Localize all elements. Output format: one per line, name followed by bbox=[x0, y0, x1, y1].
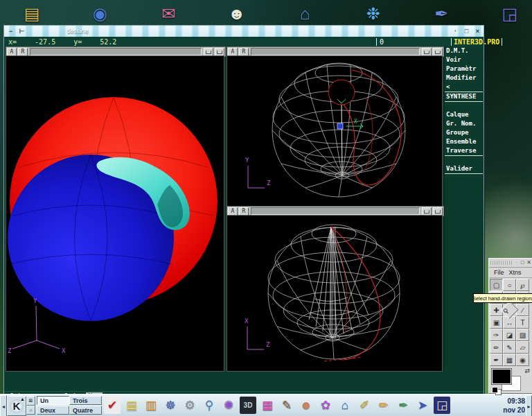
panel-app-icon[interactable]: ➤ bbox=[414, 397, 431, 414]
panel-app-icon[interactable]: ⚲ bbox=[201, 397, 218, 414]
viewport-drag-bar[interactable] bbox=[30, 48, 202, 55]
viewport-max-button[interactable] bbox=[433, 48, 443, 56]
gimp-tool-button[interactable]: ▢ bbox=[490, 279, 503, 291]
panel-app-icon[interactable]: ✏ bbox=[375, 397, 392, 414]
panel-app-icon[interactable]: ☸ bbox=[162, 397, 179, 414]
gimp-tool-button[interactable]: ▦ bbox=[503, 354, 516, 366]
panel-app-icon[interactable]: ☻ bbox=[298, 397, 314, 414]
menu-item[interactable]: Gr. Nom. bbox=[445, 119, 483, 128]
gimp-tool-button[interactable]: ◉ bbox=[516, 354, 529, 366]
desktop-icon[interactable]: ⌂ bbox=[292, 1, 317, 26]
svg-text:Z: Z bbox=[266, 341, 270, 348]
viewport-button-a[interactable]: A bbox=[228, 207, 238, 216]
desktop-icon[interactable]: ◲ bbox=[497, 1, 522, 26]
panel-app-icon[interactable]: ▥ bbox=[143, 397, 159, 414]
window-titlebar[interactable]: − ⊢ dessine · □ × bbox=[4, 26, 484, 37]
desktop-icon[interactable]: ✒ bbox=[429, 1, 454, 26]
viewport-button-a[interactable]: A bbox=[7, 48, 17, 56]
minimize-icon[interactable]: · bbox=[513, 259, 520, 266]
shade-icon[interactable]: · bbox=[451, 28, 460, 35]
menu-item[interactable]: < bbox=[445, 83, 483, 92]
desktop-icon[interactable]: ✉ bbox=[156, 1, 181, 26]
viewport-persp-canvas[interactable]: Y X Z bbox=[6, 55, 224, 372]
menu-file[interactable]: File bbox=[494, 269, 504, 276]
viewport-side-canvas[interactable]: X Z bbox=[227, 215, 443, 372]
viewport-min-button[interactable] bbox=[204, 48, 213, 56]
menu-item[interactable]: Traverse bbox=[445, 146, 483, 156]
svg-text:Y: Y bbox=[33, 297, 37, 304]
maximize-icon[interactable]: □ bbox=[520, 259, 526, 266]
desktop-icon-glyph: ☻ bbox=[228, 4, 245, 24]
panel-mini-button[interactable]: ⌂ bbox=[26, 406, 35, 415]
viewport-min-button[interactable] bbox=[422, 48, 432, 56]
maximize-icon[interactable]: □ bbox=[462, 28, 471, 35]
viewport-max-button[interactable] bbox=[215, 48, 224, 56]
menu-item[interactable]: Modifier bbox=[445, 73, 483, 83]
panel-app-icon[interactable]: ✎ bbox=[278, 397, 295, 414]
close-icon[interactable]: ✕ bbox=[526, 259, 532, 266]
gimp-titlebar[interactable]: · □ ✕ bbox=[489, 259, 532, 268]
pin-icon[interactable]: ⊢ bbox=[17, 28, 26, 35]
viewport-button-r[interactable]: R bbox=[239, 207, 249, 216]
desktop-pager-button[interactable]: Quatre bbox=[69, 406, 102, 415]
gimp-tool-button[interactable]: ✒ bbox=[490, 354, 503, 366]
menu-item[interactable]: Voir bbox=[445, 55, 483, 64]
panel-app-icon[interactable]: ✿ bbox=[317, 397, 334, 414]
viewport-button-a[interactable]: A bbox=[228, 48, 238, 56]
default-colors-icon[interactable] bbox=[492, 387, 498, 393]
gimp-tool-button[interactable]: ▣ bbox=[490, 316, 503, 329]
menu-item[interactable]: Paramètr bbox=[445, 64, 483, 73]
viewport-min-button[interactable] bbox=[422, 207, 432, 216]
viewport-button-r[interactable]: R bbox=[239, 48, 249, 56]
panel-hide-left-button[interactable]: ◄ bbox=[0, 395, 7, 416]
panel-app-icon[interactable]: 3D bbox=[240, 397, 256, 414]
menu-item[interactable]: Calque bbox=[445, 110, 483, 119]
desktop-icon[interactable]: ☻ bbox=[224, 1, 249, 26]
desktop-pager-button[interactable]: Deux bbox=[37, 406, 69, 415]
menu-item[interactable]: Groupe bbox=[445, 128, 483, 137]
gimp-tool-button[interactable]: ✏ bbox=[490, 341, 503, 354]
gimp-tool-button[interactable]: ℘ bbox=[516, 279, 529, 291]
panel-app-icon[interactable]: ▦ bbox=[259, 397, 276, 414]
desktop-icon[interactable]: ▤ bbox=[19, 1, 44, 26]
close-icon[interactable]: × bbox=[473, 28, 482, 35]
viewport-max-button[interactable] bbox=[433, 207, 443, 216]
viewport-drag-bar[interactable] bbox=[251, 207, 420, 215]
desktop-pager-button[interactable]: Trois bbox=[69, 396, 102, 405]
panel-app-icon[interactable]: ✔ bbox=[104, 397, 121, 414]
gimp-tool-button[interactable]: ✑ bbox=[490, 329, 503, 341]
panel-app-icon[interactable]: ✐ bbox=[356, 397, 373, 414]
gimp-tool-button[interactable]: ◪ bbox=[503, 329, 516, 341]
inter3d-window: − ⊢ dessine · □ × x=-27.5y=52.2 0 INTER3… bbox=[3, 25, 484, 395]
panel-mini-button[interactable]: ⊠ bbox=[26, 396, 35, 406]
swap-colors-icon[interactable]: ⇄ bbox=[524, 367, 530, 374]
k-menu-button[interactable]: K ▲ bbox=[7, 396, 26, 416]
cursor-coords: x=-27.5y=52.2 bbox=[8, 38, 134, 46]
viewport-drag-bar[interactable] bbox=[251, 48, 420, 55]
virtual-desktop-pager: Un Trois Deux Quatre bbox=[37, 396, 102, 415]
menu-item[interactable]: D.M.T. bbox=[445, 46, 483, 55]
foreground-color-swatch[interactable] bbox=[492, 369, 511, 384]
panel-app-icon[interactable]: ✺ bbox=[220, 397, 237, 414]
desktop-icon[interactable]: ◉ bbox=[88, 1, 113, 26]
minimize-icon[interactable]: − bbox=[6, 28, 15, 35]
panel-app-icon[interactable]: ⌂ bbox=[337, 397, 353, 414]
panel-app-icon[interactable]: ▤ bbox=[123, 397, 140, 414]
menu-xtns[interactable]: Xtns bbox=[509, 269, 522, 276]
desktop-pager-button[interactable]: Un bbox=[37, 396, 69, 405]
gimp-tool-button[interactable]: ▱ bbox=[516, 341, 529, 354]
gimp-tool-button[interactable]: ○ bbox=[503, 279, 516, 291]
gimp-tool-button[interactable]: T bbox=[516, 316, 529, 329]
menu-item[interactable]: SYNTHESE bbox=[445, 92, 483, 102]
viewport-front-canvas[interactable]: X Y Z bbox=[227, 55, 443, 207]
panel-app-icon[interactable]: ◲ bbox=[434, 397, 450, 414]
gimp-tool-button[interactable]: ▨ bbox=[516, 329, 529, 341]
desktop-icon[interactable]: ❉ bbox=[361, 1, 386, 26]
panel-app-icon[interactable]: ⚙ bbox=[181, 397, 198, 414]
panel-hide-right-button[interactable]: ► bbox=[526, 395, 532, 416]
menu-item[interactable]: Valider bbox=[445, 164, 483, 174]
menu-item[interactable]: Ensemble bbox=[445, 137, 483, 146]
panel-app-icon[interactable]: ✒ bbox=[395, 397, 411, 414]
gimp-tool-button[interactable]: ✎ bbox=[503, 341, 516, 354]
viewport-button-r[interactable]: R bbox=[18, 48, 28, 56]
